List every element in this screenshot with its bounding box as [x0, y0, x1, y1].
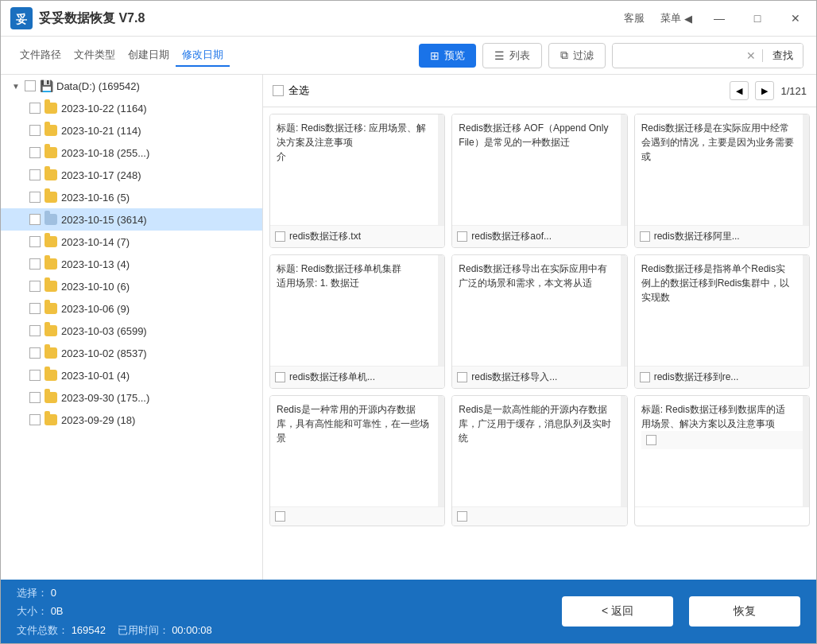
file-preview-text: Redis数据迁移导出在实际应用中有广泛的场景和需求，本文将从适	[459, 262, 620, 290]
folder-icon	[44, 190, 58, 204]
tree-root[interactable]: ▼ 💾 Data(D:) (169542)	[1, 75, 262, 97]
tree-item[interactable]: 2023-10-10 (6)	[1, 275, 262, 297]
list-button[interactable]: ☰ 列表	[482, 43, 542, 68]
tree-item[interactable]: 2023-10-01 (4)	[1, 364, 262, 386]
folder-icon	[44, 368, 58, 382]
file-card[interactable]: Redis数据迁移是在实际应用中经常会遇到的情况，主要是因为业务需要或 redi…	[634, 114, 810, 248]
file-name: redis数据迁移.txt	[289, 230, 439, 243]
file-tree-sidebar: ▼ 💾 Data(D:) (169542) 2023-10-22 (1164) …	[1, 75, 263, 580]
file-checkbox[interactable]	[640, 372, 650, 382]
menu-label: 菜单	[660, 11, 681, 25]
file-name: redis数据迁移到re...	[654, 370, 804, 384]
tree-item-checkbox[interactable]	[29, 125, 41, 136]
file-checkbox[interactable]	[640, 231, 650, 242]
tree-item[interactable]: 2023-10-21 (114)	[1, 119, 262, 142]
tree-item[interactable]: 2023-10-18 (255...)	[1, 142, 262, 164]
file-card[interactable]: Redis是一种常用的开源内存数据库，具有高性能和可靠性，在一些场景	[269, 395, 445, 526]
statusbar: 选择： 0 大小： 0B 文件总数： 169542 已用时间： 00:00:08…	[1, 580, 816, 643]
tree-item-checkbox[interactable]	[29, 147, 41, 158]
tree-item-checkbox[interactable]	[29, 414, 41, 425]
file-preview: 标题: Redis数据迁移到数据库的适用场景、解决方案以及注意事项	[635, 396, 809, 507]
file-card[interactable]: 标题: Redis数据迁移: 应用场景、解决方案及注意事项介 redis数据迁移…	[269, 114, 445, 248]
tree-item[interactable]: 2023-10-03 (6599)	[1, 320, 262, 342]
file-card[interactable]: 标题: Redis数据迁移到数据库的适用场景、解决方案以及注意事项	[634, 395, 810, 526]
tree-expand-root[interactable]: ▼	[10, 80, 21, 91]
file-name-row	[641, 431, 803, 449]
file-checkbox[interactable]	[646, 435, 656, 445]
preview-scrollbar	[438, 396, 444, 506]
customer-service-link[interactable]: 客服	[624, 11, 645, 25]
nav-filetype[interactable]: 文件类型	[68, 45, 122, 67]
folder-icon	[44, 145, 58, 160]
tree-item-label: 2023-10-16 (5)	[61, 192, 130, 204]
tree-item-checkbox[interactable]	[29, 392, 41, 403]
tree-item[interactable]: 2023-09-29 (18)	[1, 409, 262, 431]
file-name-row: redis数据迁移.txt	[270, 226, 444, 247]
file-card[interactable]: Redis数据迁移是指将单个Redis实例上的数据迁移到Redis集群中，以实现…	[634, 254, 810, 389]
tree-checkbox-root[interactable]	[25, 80, 36, 91]
file-name-row	[452, 507, 626, 526]
total-label: 文件总数：	[17, 624, 68, 636]
tree-item-checkbox[interactable]	[29, 258, 41, 270]
file-checkbox[interactable]	[457, 231, 467, 242]
tree-item-checkbox[interactable]	[29, 347, 41, 359]
maximize-button[interactable]: □	[746, 7, 769, 29]
tree-item-label: 2023-10-10 (6)	[61, 281, 130, 293]
folder-icon	[44, 301, 58, 316]
tree-item-checkbox[interactable]	[29, 303, 41, 314]
tree-item-checkbox[interactable]	[29, 325, 41, 336]
tree-item-checkbox[interactable]	[29, 103, 41, 114]
tree-item[interactable]: 2023-10-02 (8537)	[1, 342, 262, 364]
minimize-button[interactable]: —	[708, 7, 730, 29]
back-button[interactable]: < 返回	[562, 596, 673, 627]
tree-item[interactable]: 2023-10-16 (5)	[1, 186, 262, 208]
file-preview: 标题: Redis数据迁移: 应用场景、解决方案及注意事项介	[270, 114, 444, 226]
tree-item-label: 2023-10-02 (8537)	[61, 347, 147, 359]
tree-item[interactable]: 2023-10-22 (1164)	[1, 97, 262, 119]
hdd-icon: 💾	[39, 79, 53, 93]
file-checkbox[interactable]	[457, 511, 467, 522]
tree-item-checkbox[interactable]	[29, 169, 41, 180]
filter-button[interactable]: ⧉ 过滤	[548, 43, 606, 68]
tree-item[interactable]: 2023-10-14 (7)	[1, 231, 262, 253]
file-card[interactable]: Redis数据迁移 AOF（Append Only File）是常见的一种数据迁…	[451, 114, 627, 248]
restore-button[interactable]: 恢复	[689, 596, 800, 627]
tree-item[interactable]: 2023-10-06 (9)	[1, 297, 262, 320]
file-checkbox[interactable]	[275, 511, 285, 522]
tree-item[interactable]: 2023-09-30 (175...)	[1, 386, 262, 409]
search-button[interactable]: 查找	[763, 44, 803, 68]
file-card[interactable]: 标题: Redis数据迁移单机集群适用场景: 1. 数据迁 redis数据迁移单…	[269, 254, 445, 389]
tree-item-checkbox[interactable]	[29, 214, 41, 225]
preview-button[interactable]: ⊞ 预览	[419, 44, 476, 68]
folder-icon	[44, 346, 58, 360]
tree-item-checkbox[interactable]	[29, 192, 41, 203]
nav-modifydate[interactable]: 修改日期	[176, 45, 230, 67]
menu-button[interactable]: 菜单 ◀	[660, 11, 692, 25]
file-checkbox[interactable]	[457, 372, 467, 382]
search-input[interactable]	[613, 45, 740, 66]
tree-item[interactable]: 2023-10-15 (3614)	[1, 208, 262, 231]
file-preview: Redis数据迁移是指将单个Redis实例上的数据迁移到Redis集群中，以实现…	[635, 255, 809, 367]
nav-filepath[interactable]: 文件路径	[14, 45, 68, 67]
pagination-bar: 全选 ◀ ▶ 1/121	[263, 75, 816, 107]
file-card[interactable]: Redis数据迁移导出在实际应用中有广泛的场景和需求，本文将从适 redis数据…	[451, 254, 627, 389]
tree-item[interactable]: 2023-10-13 (4)	[1, 253, 262, 275]
status-info: 选择： 0 大小： 0B 文件总数： 169542 已用时间： 00:00:08	[17, 584, 562, 639]
filter-icon: ⧉	[560, 48, 568, 62]
select-all-control[interactable]: 全选	[273, 83, 309, 98]
close-button[interactable]: ✕	[784, 7, 807, 29]
tree-item-checkbox[interactable]	[29, 236, 41, 247]
file-card[interactable]: Redis是一款高性能的开源内存数据库，广泛用于缓存，消息队列及实时统	[451, 395, 627, 526]
tree-item[interactable]: 2023-10-17 (248)	[1, 164, 262, 186]
file-checkbox[interactable]	[275, 372, 285, 382]
prev-page-button[interactable]: ◀	[730, 81, 749, 100]
nav-createdate[interactable]: 创建日期	[122, 45, 176, 67]
search-clear-icon[interactable]: ✕	[740, 49, 763, 62]
tree-item-checkbox[interactable]	[29, 281, 41, 292]
tree-item-checkbox[interactable]	[29, 370, 41, 381]
file-preview: 标题: Redis数据迁移单机集群适用场景: 1. 数据迁	[270, 255, 444, 367]
file-checkbox[interactable]	[275, 231, 285, 242]
next-page-button[interactable]: ▶	[755, 81, 774, 100]
file-name: redis数据迁移aof...	[471, 230, 621, 243]
select-all-checkbox[interactable]	[273, 85, 284, 96]
